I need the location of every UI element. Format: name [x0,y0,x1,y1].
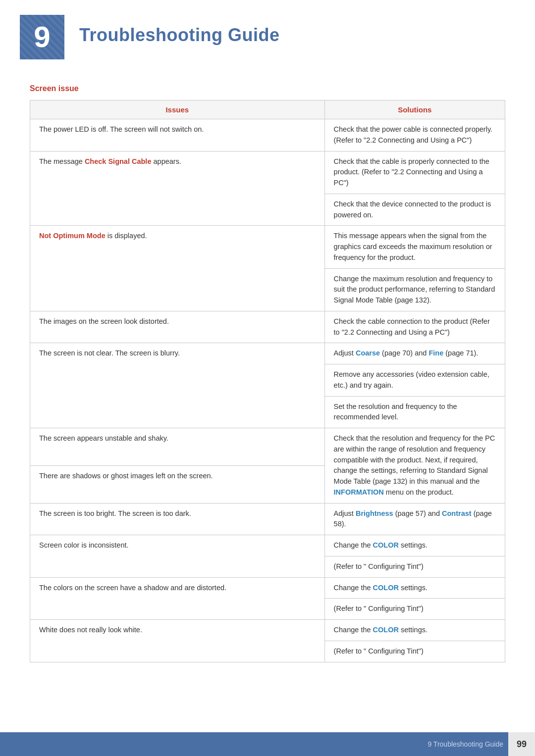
chapter-number: 9 [34,22,50,52]
bold-term: INFORMATION [334,488,384,496]
issue-cell: White does not really look white. [30,620,325,662]
solution-cell: Change the maximum resolution and freque… [324,268,505,311]
bold-term: COLOR [373,584,399,592]
solution-cell: Check the cable connection to the produc… [324,311,505,343]
col-header-solutions: Solutions [324,101,505,119]
solution-cell: Change the COLOR settings. [324,577,505,599]
solution-cell: Adjust Brightness (page 57) and Contrast… [324,503,505,535]
table-row: The screen is not clear. The screen is b… [30,343,505,364]
solution-cell: Change the COLOR settings. [324,535,505,556]
bold-term: Brightness [356,509,393,517]
issue-cell: The colors on the screen have a shadow a… [30,577,325,620]
issues-table: Issues Solutions The power LED is off. T… [30,100,505,662]
issue-cell: The screen appears unstable and shaky. [30,428,325,466]
table-row: The colors on the screen have a shadow a… [30,577,505,599]
bold-term: Coarse [356,349,380,357]
issue-cell: The power LED is off. The screen will no… [30,119,325,151]
solution-cell: (Refer to " Configuring Tint") [324,641,505,662]
table-row: The screen is too bright. The screen is … [30,503,505,535]
table-row: The screen appears unstable and shaky. C… [30,428,505,466]
bold-term: Contrast [442,509,472,517]
table-row: White does not really look white. Change… [30,620,505,641]
page-header: 9 Troubleshooting Guide [0,0,535,69]
col-header-issues: Issues [30,101,325,119]
table-row: The power LED is off. The screen will no… [30,119,505,151]
issue-cell: Not Optimum Mode is displayed. [30,226,325,311]
table-row: Not Optimum Mode is displayed. This mess… [30,226,505,268]
bold-term: Fine [428,349,443,357]
issue-cell: The message Check Signal Cable appears. [30,151,325,226]
solution-cell: Check that the resolution and frequency … [324,428,505,504]
chapter-badge: 9 [20,15,64,59]
table-row: Screen color is inconsistent. Change the… [30,535,505,556]
solution-cell: This message appears when the signal fro… [324,226,505,268]
section-title: Screen issue [30,84,505,93]
bold-term: COLOR [373,626,399,634]
issue-cell: The images on the screen look distorted. [30,311,325,343]
table-row: The images on the screen look distorted.… [30,311,505,343]
issue-cell: There are shadows or ghost images left o… [30,465,325,503]
bold-term: Not Optimum Mode [39,232,106,240]
solution-cell: Adjust Coarse (page 70) and Fine (page 7… [324,343,505,364]
solution-cell: Check that the device connected to the p… [324,194,505,226]
issue-cell: The screen is not clear. The screen is b… [30,343,325,428]
solution-cell: Change the COLOR settings. [324,620,505,641]
issue-cell: Screen color is inconsistent. [30,535,325,578]
issue-cell: The screen is too bright. The screen is … [30,503,325,535]
page-number: 99 [508,732,535,756]
footer-label: 9 Troubleshooting Guide [428,740,508,748]
solution-cell: (Refer to " Configuring Tint") [324,556,505,577]
solution-cell: Check that the power cable is connected … [324,119,505,151]
solution-cell: (Refer to " Configuring Tint") [324,599,505,620]
bold-term: Check Signal Cable [85,157,152,165]
solution-cell: Check that the cable is properly connect… [324,151,505,194]
solution-cell: Remove any accessories (video extension … [324,364,505,397]
main-content: Screen issue Issues Solutions The power … [0,69,535,702]
page-title: Troubleshooting Guide [64,15,279,46]
table-row: The message Check Signal Cable appears. … [30,151,505,194]
bold-term: COLOR [373,541,399,549]
solution-cell: Set the resolution and frequency to the … [324,396,505,428]
page-footer: 9 Troubleshooting Guide 99 [0,732,535,756]
